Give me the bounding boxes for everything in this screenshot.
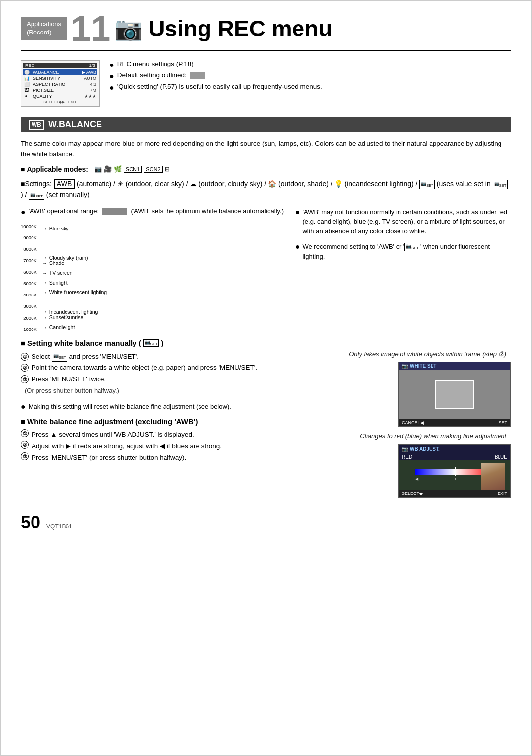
awb-range-box <box>102 208 127 215</box>
aspect-icon: ⬜ <box>24 82 31 87</box>
only-takes-note: Only takes image of white objects within… <box>295 350 511 359</box>
settings-section: ■Settings: AWB (automatic) / ☀ (outdoor,… <box>21 178 511 200</box>
white-frame <box>435 380 474 409</box>
wbfa-heading: ■White balance fine adjustment (excludin… <box>21 417 285 426</box>
awb-note-2: ● We recommend setting to 'AWB' or '📷SET… <box>295 242 511 261</box>
intro-section: REC 1/3 ⚪ W.BALANCE ▶ AWB 📊 SENSITIVITY … <box>21 60 511 107</box>
app-label: Applications (Record) <box>21 17 67 40</box>
portrait-gradient <box>481 463 505 490</box>
awb-note-1: ● 'AWB' may not function normally in cer… <box>295 207 511 236</box>
mode-camera-icon: 📷 <box>94 165 102 173</box>
temp-bar-blue-sky: → Blue sky <box>42 224 285 233</box>
lcd2-row-labels: RED BLUE <box>399 453 510 460</box>
menu-footer: SELECT◆▶ EXIT <box>23 100 97 104</box>
menu-row-pictsize: 🖼 PICT.SIZE 7M <box>23 87 97 93</box>
manual-wb-steps: ① Select 📷SET and press 'MENU/SET'. ② Po… <box>21 351 285 396</box>
temp-bar-shade: → Shade <box>42 259 285 268</box>
lcd2-footer: SELECT◆ EXIT <box>399 490 510 497</box>
model-number: VQT1B61 <box>46 523 72 530</box>
page-container: Applications (Record) 11 📷 Using REC men… <box>0 0 532 756</box>
mode-scene-icon: 🌿 <box>114 165 122 173</box>
default-outline-box <box>190 72 205 79</box>
lcd2-header: 📷 WB ADJUST. <box>399 445 510 453</box>
lcd-header-whiteset: 📷 WHITE SET <box>399 362 510 370</box>
lcd2-portrait-image <box>481 463 505 490</box>
manual-wb-note: ● Making this setting will reset white b… <box>21 402 285 412</box>
set-badge-1: 📷SET <box>493 180 508 189</box>
right-column: ● 'AWB' may not function normally in cer… <box>295 207 511 498</box>
mode-video-icon: 🎥 <box>104 165 112 173</box>
temp-bar-candle: → Candlelight <box>42 322 285 332</box>
temp-bar-sunset: → Sunset/sunrise <box>42 313 285 323</box>
menu-row-quality: ✦ QUALITY ★★★ <box>23 93 97 99</box>
step-3-sub: (Or press shutter button halfway.) <box>21 385 285 396</box>
intro-bullets: ● REC menu settings (P.18) ● Default set… <box>109 60 511 107</box>
temp-bar-tv: → TV screen <box>42 268 285 278</box>
menu-screenshot-header: REC 1/3 <box>23 63 97 68</box>
temp-bar-empty-1 <box>42 233 285 243</box>
step-1: ① Select 📷SET and press 'MENU/SET'. <box>21 351 285 362</box>
set-badge-2: 📷SET <box>29 191 44 200</box>
wbalance-body-text: The same color may appear more blue or m… <box>21 139 511 160</box>
page-header: Applications (Record) 11 📷 Using REC men… <box>21 11 511 51</box>
menu-row-wbalance: ⚪ W.BALANCE ▶ AWB <box>23 69 97 75</box>
intro-bullet-3: ● 'Quick setting' (P.57) is useful to ea… <box>109 83 511 92</box>
size-icon: 🖼 <box>24 88 31 93</box>
mode-scn2-box: SCN2 <box>144 166 162 173</box>
temp-bar-area: → Blue sky → Cloudy sky (rain) → Shade → <box>39 224 285 332</box>
temp-label-column: 10000K 9000K 8000K 7000K 6000K 5000K 400… <box>21 224 39 332</box>
awb-box: AWB <box>54 179 75 189</box>
menu-row-aspect: ⬜ ASPECT RATIO 4:3 <box>23 81 97 87</box>
temperature-chart: 10000K 9000K 8000K 7000K 6000K 5000K 400… <box>21 224 285 332</box>
wbfa-step-3: ③ Press 'MENU/SET' (or press shutter but… <box>21 452 285 463</box>
manual-wb-heading: ■Setting white balance manually (📷SET) <box>21 339 285 347</box>
temp-bar-empty-2 <box>42 243 285 253</box>
menu-row-sensitivity: 📊 SENSITIVITY AUTO <box>23 75 97 81</box>
mode-scn1-box: SCN1 <box>124 166 142 173</box>
set-badge-heading: 📷SET <box>143 339 159 347</box>
temp-bar-empty-3 <box>42 297 285 307</box>
step-2: ② Point the camera towards a white objec… <box>21 362 285 374</box>
wbfa-section: ■White balance fine adjustment (excludin… <box>21 417 285 463</box>
menu-screenshot: REC 1/3 ⚪ W.BALANCE ▶ AWB 📊 SENSITIVITY … <box>21 60 100 107</box>
awb-range: ● 'AWB' operational range: ('AWB' sets t… <box>21 207 285 217</box>
intro-bullet-1: ● REC menu settings (P.18) <box>109 60 511 69</box>
intro-bullet-2: ● Default setting outlined: <box>109 71 511 81</box>
camera-icon: 📷 <box>114 15 142 42</box>
left-column: ● 'AWB' operational range: ('AWB' sets t… <box>21 207 285 498</box>
wbalance-heading: WB W.BALANCE <box>21 117 511 132</box>
lcd-body-whiteset <box>399 370 510 419</box>
set-badge-note: 📷SET <box>404 243 420 251</box>
white-set-lcd: 📷 WHITE SET CANCEL◀ SET <box>398 362 511 427</box>
step1-set-badge: 📷SET <box>52 352 67 362</box>
quality-icon: ✦ <box>24 94 31 99</box>
lcd2-body: ◀ 0 ▶ <box>399 460 510 490</box>
wb-badge: WB <box>29 120 44 130</box>
page-footer: 50 VQT1B61 <box>21 508 511 533</box>
iso-icon: 📊 <box>24 76 31 81</box>
temp-bar-fluorescent: → White fluorescent lighting <box>42 288 285 297</box>
page-number: 50 <box>21 512 40 533</box>
applicable-modes-line: ■Applicable modes: 📷 🎥 🌿 SCN1 SCN2 ⊞ <box>21 165 511 173</box>
temp-bar-sunlight: → Sunlight <box>42 278 285 288</box>
mode-grid-icon: ⊞ <box>165 165 170 173</box>
chapter-number: 11 <box>71 11 110 46</box>
wbfa-step-1: ① Press ▲ several times until 'WB ADJUST… <box>21 429 285 441</box>
lcd-footer-whiteset: CANCEL◀ SET <box>399 419 510 426</box>
changes-to-red-note: Changes to red (blue) when making fine a… <box>295 432 511 441</box>
chapter-title: 📷 Using REC menu <box>114 15 332 42</box>
wb-icon: ⚪ <box>24 70 31 75</box>
wb-adjust-lcd: 📷 WB ADJUST. RED BLUE ◀ 0 <box>398 444 511 498</box>
lcd2-scale-marker <box>455 467 456 476</box>
step-3: ③ Press 'MENU/SET' twice. <box>21 374 285 385</box>
main-content: ● 'AWB' operational range: ('AWB' sets t… <box>21 207 511 498</box>
wbfa-step-2: ② Adjust with ▶ if reds are strong, adju… <box>21 441 285 452</box>
set1-badge: 📷SET <box>419 180 435 189</box>
